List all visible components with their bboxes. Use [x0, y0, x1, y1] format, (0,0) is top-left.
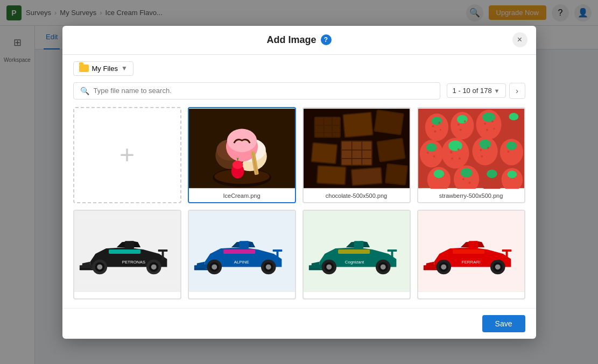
svg-rect-90	[124, 241, 134, 248]
svg-point-122	[326, 264, 332, 269]
car2-thumb: ALPINE	[189, 211, 295, 291]
pagination-area: 1 - 10 of 178 ▼ ›	[447, 83, 525, 99]
svg-rect-139	[453, 249, 484, 254]
svg-point-44	[432, 125, 434, 127]
svg-point-82	[460, 168, 472, 177]
image-cell-strawberry[interactable]: strawberry-500x500.png	[417, 107, 525, 203]
svg-point-99	[151, 264, 156, 269]
svg-rect-106	[276, 249, 278, 260]
car3-label	[304, 291, 410, 298]
svg-rect-38	[351, 168, 381, 184]
svg-rect-130	[423, 268, 437, 270]
search-box[interactable]: 🔍	[73, 82, 440, 99]
modal-footer: Save	[62, 308, 536, 339]
svg-point-56	[491, 120, 493, 122]
modal-overlay: Add Image ? × My Files ▼ 🔍 1 -	[0, 0, 598, 364]
folder-selector[interactable]: My Files ▼	[73, 61, 133, 76]
modal-title: Add Image	[266, 34, 316, 46]
folder-icon	[79, 65, 89, 72]
image-cell-car2[interactable]: ALPINE	[188, 210, 296, 299]
search-icon: 🔍	[80, 87, 89, 95]
svg-point-60	[509, 113, 518, 120]
folder-chevron-icon: ▼	[121, 65, 128, 72]
image-cell-chocolate[interactable]: chocolate-500x500.png	[302, 107, 411, 203]
car3-thumb: Cognizant	[304, 211, 410, 291]
folder-label: My Files	[92, 65, 118, 73]
svg-point-84	[468, 182, 470, 184]
svg-rect-113	[223, 249, 255, 254]
svg-rect-117	[308, 268, 322, 270]
svg-point-10	[232, 160, 243, 169]
svg-point-49	[456, 115, 467, 123]
modal-toolbar: My Files ▼	[62, 55, 536, 82]
search-input[interactable]	[94, 87, 433, 95]
modal-body: 🔍 1 - 10 of 178 ▼ › +	[62, 82, 536, 308]
upload-cell[interactable]: +	[73, 107, 181, 203]
image-cell-car3[interactable]: Cognizant	[302, 210, 411, 299]
svg-point-138	[495, 264, 500, 269]
svg-point-58	[493, 128, 495, 130]
chocolate-label: chocolate-500x500.png	[304, 189, 410, 202]
svg-point-109	[212, 264, 217, 269]
svg-rect-15	[315, 117, 339, 136]
svg-point-67	[449, 151, 452, 153]
svg-rect-119	[391, 249, 393, 260]
car4-label	[418, 291, 524, 298]
svg-point-88	[507, 170, 517, 178]
svg-rect-93	[161, 249, 164, 260]
svg-point-66	[448, 140, 462, 151]
modal-help-button[interactable]: ?	[321, 34, 332, 45]
pagination-chevron-icon: ▼	[494, 88, 500, 94]
upload-plus-icon: +	[119, 142, 135, 168]
icecream-label: IceCream.png	[189, 189, 295, 202]
svg-point-64	[433, 155, 435, 157]
image-grid: +	[73, 107, 525, 299]
svg-rect-103	[239, 241, 249, 248]
svg-point-63	[426, 151, 428, 153]
svg-point-47	[439, 129, 441, 131]
svg-rect-27	[341, 141, 371, 165]
svg-point-69	[451, 157, 453, 159]
svg-point-74	[487, 147, 489, 149]
search-pagination-row: 🔍 1 - 10 of 178 ▼ ›	[73, 82, 525, 99]
image-cell-car4[interactable]: FERRARI	[417, 210, 525, 299]
strawberry-label: strawberry-500x500.png	[418, 189, 524, 202]
svg-rect-104	[194, 268, 208, 270]
strawberry-thumb	[418, 108, 524, 189]
icecream-thumb	[189, 108, 295, 189]
svg-point-70	[458, 157, 460, 159]
svg-rect-23	[375, 110, 403, 134]
svg-point-77	[506, 141, 517, 150]
svg-point-125	[380, 264, 385, 269]
svg-point-83	[462, 178, 464, 180]
svg-point-68	[457, 148, 459, 151]
save-button[interactable]: Save	[482, 315, 525, 332]
svg-rect-100	[109, 249, 140, 254]
svg-point-75	[481, 155, 483, 157]
svg-rect-126	[338, 249, 370, 254]
image-cell-car1[interactable]: PETRONAS	[73, 210, 181, 299]
svg-text:FERRARI: FERRARI	[461, 259, 480, 264]
svg-point-51	[463, 120, 466, 122]
modal-header: Add Image ? ×	[62, 26, 536, 55]
svg-rect-91	[79, 268, 93, 270]
modal-close-button[interactable]: ×	[512, 32, 527, 47]
svg-rect-129	[468, 241, 478, 248]
svg-point-78	[507, 150, 509, 152]
svg-point-55	[484, 122, 486, 124]
svg-point-43	[431, 116, 442, 125]
car2-label	[189, 291, 295, 298]
car1-label	[74, 291, 180, 298]
pagination-next-button[interactable]: ›	[509, 83, 525, 99]
svg-point-54	[482, 112, 495, 122]
add-image-modal: Add Image ? × My Files ▼ 🔍 1 -	[62, 26, 536, 339]
car1-thumb: PETRONAS	[74, 211, 180, 291]
car4-thumb: FERRARI	[418, 211, 524, 291]
svg-point-96	[97, 264, 102, 269]
svg-rect-116	[354, 241, 363, 248]
svg-point-86	[487, 169, 497, 178]
image-cell-icecream[interactable]: IceCream.png	[188, 107, 296, 203]
pagination-label[interactable]: 1 - 10 of 178 ▼	[447, 83, 506, 98]
svg-text:PETRONAS: PETRONAS	[122, 259, 145, 264]
svg-point-135	[441, 264, 446, 269]
